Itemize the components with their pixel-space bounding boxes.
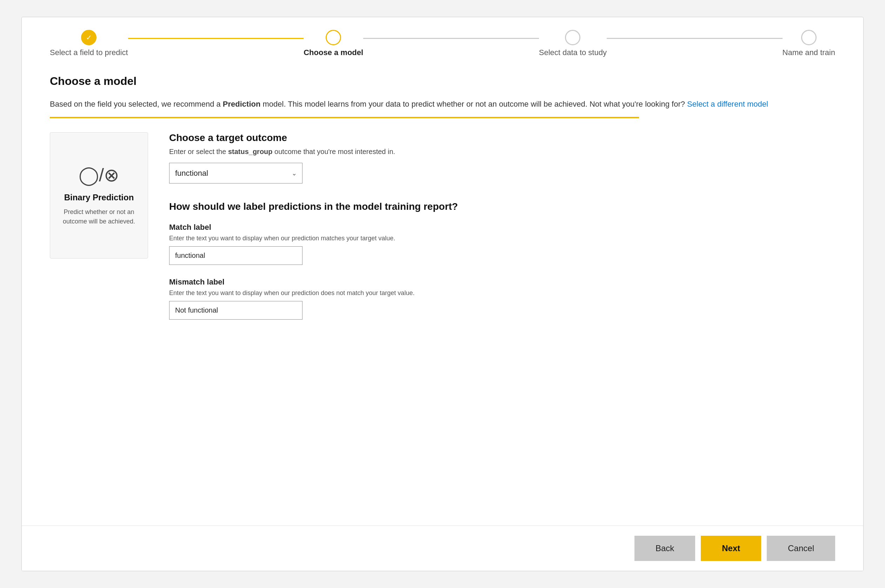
model-form-row: ◯/⊗ Binary Prediction Predict whether or… — [50, 132, 835, 332]
cancel-button[interactable]: Cancel — [767, 536, 835, 561]
step-3-label: Select data to study — [539, 48, 607, 57]
match-label-desc: Enter the text you want to display when … — [169, 235, 835, 242]
select-different-model-link[interactable]: Select a different model — [687, 100, 768, 108]
match-label-input[interactable] — [169, 246, 303, 265]
target-subtitle: Enter or select the status_group outcome… — [169, 148, 835, 156]
status-group-bold: status_group — [228, 148, 273, 155]
next-button[interactable]: Next — [701, 536, 761, 561]
page-title: Choose a model — [50, 75, 835, 88]
recommendation-box: Based on the field you selected, we reco… — [50, 98, 835, 110]
step-4-circle — [801, 30, 817, 45]
mismatch-label-group: Mismatch label Enter the text you want t… — [169, 278, 835, 320]
step-name-train: Name and train — [783, 30, 835, 57]
step-2-circle — [326, 30, 341, 45]
target-outcome-dropdown[interactable]: functional functional needs repair non f… — [169, 163, 303, 183]
connector-1 — [128, 38, 304, 39]
rec-text-2: model. This model learns from your data … — [260, 100, 685, 108]
back-button[interactable]: Back — [634, 536, 695, 561]
binary-prediction-title: Binary Prediction — [64, 193, 134, 202]
main-window: ✓ Select a field to predict Choose a mod… — [21, 17, 864, 571]
mismatch-label-desc: Enter the text you want to display when … — [169, 290, 835, 297]
mismatch-label-heading: Mismatch label — [169, 278, 835, 286]
match-label-heading: Match label — [169, 223, 835, 232]
binary-prediction-card: ◯/⊗ Binary Prediction Predict whether or… — [50, 132, 148, 259]
step-select-field: ✓ Select a field to predict — [50, 30, 128, 57]
step-select-data: Select data to study — [539, 30, 607, 57]
mismatch-label-input[interactable] — [169, 301, 303, 320]
step-1-circle: ✓ — [81, 30, 96, 45]
rec-bold: Prediction — [223, 100, 261, 108]
dropdown-wrapper: functional functional needs repair non f… — [169, 163, 303, 183]
stepper: ✓ Select a field to predict Choose a mod… — [22, 17, 863, 64]
step-choose-model: Choose a model — [303, 30, 363, 57]
step-4-label: Name and train — [783, 48, 835, 57]
binary-prediction-desc: Predict whether or not an outcome will b… — [57, 207, 141, 226]
connector-3 — [607, 38, 783, 39]
main-content: Choose a model Based on the field you se… — [22, 64, 863, 525]
connector-2 — [363, 38, 539, 39]
match-label-group: Match label Enter the text you want to d… — [169, 223, 835, 265]
rec-text-1: Based on the field you selected, we reco… — [50, 100, 223, 108]
gold-divider — [50, 117, 639, 118]
step-1-label: Select a field to predict — [50, 48, 128, 57]
step-2-label: Choose a model — [303, 48, 363, 57]
target-section-title: Choose a target outcome — [169, 132, 835, 144]
footer: Back Next Cancel — [22, 525, 863, 571]
label-section-title: How should we label predictions in the m… — [169, 201, 835, 212]
step-3-circle — [565, 30, 580, 45]
binary-prediction-icon: ◯/⊗ — [79, 165, 119, 186]
form-area: Choose a target outcome Enter or select … — [169, 132, 835, 332]
